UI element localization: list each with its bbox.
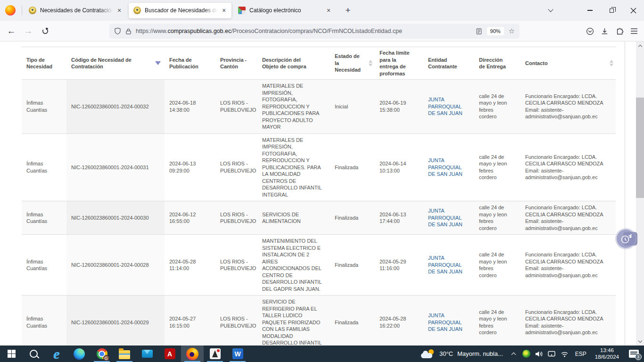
table-row: Ínfimas CuantíasNIC-1260023860001-2024-0… bbox=[22, 133, 616, 201]
minimize-button[interactable] bbox=[579, 0, 601, 21]
taskbar-openjdk-button[interactable] bbox=[204, 346, 226, 362]
tab-close-icon[interactable]: × bbox=[324, 6, 333, 15]
reload-button[interactable] bbox=[38, 24, 53, 39]
cell-fecha_publicacion: 2024-06-18 14:38:00 bbox=[165, 80, 215, 134]
antivirus-tray-icon[interactable] bbox=[520, 346, 533, 362]
browser-tab[interactable]: Necesidades de Contratación y× bbox=[24, 3, 127, 18]
cell-contacto: Funcionario Encargado: LCDA. CECILIA CAR… bbox=[520, 80, 616, 134]
vertical-scrollbar[interactable] bbox=[636, 41, 644, 346]
column-header[interactable]: Tipo de Necesidad bbox=[22, 47, 66, 80]
lock-icon[interactable] bbox=[125, 28, 132, 35]
tab-close-icon[interactable]: × bbox=[219, 6, 229, 15]
cell-entidad: JUNTA PARROQUIAL DE SAN JUAN bbox=[423, 133, 474, 201]
column-header[interactable]: Descripción del Objeto de compra bbox=[257, 47, 330, 80]
cell-estado: Finalizada bbox=[330, 296, 375, 346]
taskbar-acrobat-button[interactable] bbox=[158, 346, 181, 362]
cell-provincia: LOS RIOS - PUEBLOVIEJO bbox=[215, 235, 257, 296]
taskbar-internet-explorer-button[interactable] bbox=[45, 346, 68, 362]
entidad-contratante-link[interactable]: JUNTA PARROQUIAL DE SAN JUAN bbox=[428, 313, 462, 332]
tray-expand-button[interactable] bbox=[508, 346, 520, 362]
taskbar-word-button[interactable] bbox=[226, 346, 249, 362]
tab-close-icon[interactable]: × bbox=[115, 6, 124, 15]
action-center-button[interactable]: 3 bbox=[623, 346, 644, 362]
table-row: Ínfimas CuantíasNIC-1260023860001-2024-0… bbox=[22, 296, 616, 346]
cell-fecha_publicacion: 2024-06-12 16:55:00 bbox=[165, 201, 215, 235]
cell-descripcion: MANTENIMIENTO DEL SISTEMA ELECTRICO E IN… bbox=[257, 235, 330, 296]
menu-button[interactable] bbox=[627, 24, 641, 39]
chrome-profile-badge: G bbox=[103, 355, 109, 361]
close-button[interactable] bbox=[622, 0, 644, 21]
taskbar-clock[interactable]: 13:46 18/6/2024 bbox=[591, 347, 623, 360]
cell-tipo: Ínfimas Cuantías bbox=[22, 80, 66, 134]
entidad-contratante-link[interactable]: JUNTA PARROQUIAL DE SAN JUAN bbox=[428, 208, 462, 227]
column-header[interactable]: Código de Necesidad de Contratación bbox=[66, 47, 165, 80]
column-header[interactable]: Provincia - Cantón bbox=[215, 47, 257, 80]
taskbar-apps: G bbox=[0, 346, 249, 362]
network-signal-icon[interactable] bbox=[558, 346, 571, 362]
cell-fecha_publicacion: 2024-05-27 16:15:00 bbox=[165, 296, 215, 346]
scrollbar-thumb[interactable] bbox=[636, 98, 644, 198]
url-bar[interactable]: https://www.compraspublicas.gob.ec/Proce… bbox=[109, 24, 520, 39]
scroll-up-arrow[interactable] bbox=[636, 42, 644, 49]
taskbar-chrome-button[interactable]: G bbox=[91, 346, 113, 362]
search-icon bbox=[29, 349, 39, 359]
firefox-view-icon[interactable] bbox=[5, 5, 16, 16]
winged-clock-widget[interactable] bbox=[617, 230, 635, 248]
volume-icon[interactable] bbox=[533, 346, 545, 362]
list-all-tabs-button[interactable] bbox=[544, 3, 558, 17]
cell-codigo: NIC-1260023860001-2024-00029 bbox=[66, 296, 165, 346]
windows-taskbar: G 30°C Mayorm. nubla... ESP 13:46 18/6/2… bbox=[0, 346, 644, 362]
cell-estado: Finalizada bbox=[330, 133, 375, 201]
cell-direccion: calle 24 de mayo y leon febres cordero bbox=[474, 80, 520, 134]
taskbar-mail-button[interactable] bbox=[136, 346, 158, 362]
restore-button[interactable] bbox=[601, 0, 622, 21]
back-button[interactable]: ← bbox=[4, 24, 19, 39]
new-tab-button[interactable]: + bbox=[341, 3, 355, 17]
frame-border bbox=[625, 41, 625, 346]
taskbar-edge-button[interactable] bbox=[68, 346, 91, 362]
shield-icon[interactable] bbox=[114, 27, 121, 35]
taskbar-file-explorer-button[interactable] bbox=[113, 346, 136, 362]
chrome-icon: G bbox=[97, 348, 107, 359]
cell-tipo: Ínfimas Cuantías bbox=[22, 201, 66, 235]
entidad-contratante-link[interactable]: JUNTA PARROQUIAL DE SAN JUAN bbox=[428, 255, 462, 274]
necesidades-table: Tipo de NecesidadCódigo de Necesidad de … bbox=[22, 47, 616, 346]
url-text[interactable]: https://www.compraspublicas.gob.ec/Proce… bbox=[136, 28, 476, 34]
weather-temp: 30°C bbox=[439, 350, 453, 357]
bookmark-star-icon[interactable]: ☆ bbox=[509, 27, 515, 35]
column-header[interactable]: Contacto bbox=[520, 47, 616, 80]
taskbar-search-button[interactable] bbox=[23, 346, 45, 362]
tab-separator bbox=[22, 6, 22, 15]
taskbar-start-button[interactable] bbox=[0, 346, 23, 362]
language-indicator[interactable]: ESP bbox=[571, 351, 591, 357]
taskbar-weather[interactable]: 30°C Mayorm. nubla... bbox=[416, 346, 508, 362]
zoom-level-badge[interactable]: 90% bbox=[487, 27, 504, 35]
cell-descripcion: SERVICIOS DE ALIMENTACION bbox=[257, 201, 330, 235]
word-icon bbox=[232, 348, 243, 359]
table-header-row: Tipo de NecesidadCódigo de Necesidad de … bbox=[22, 47, 616, 80]
pocket-button[interactable] bbox=[583, 24, 597, 39]
scroll-down-arrow[interactable] bbox=[636, 337, 644, 345]
sort-desc-icon bbox=[610, 64, 613, 66]
reader-mode-icon[interactable] bbox=[476, 28, 482, 35]
tabs-container: Necesidades de Contratación y×Buscador d… bbox=[21, 0, 337, 21]
cell-tipo: Ínfimas Cuantías bbox=[22, 133, 66, 201]
entidad-contratante-link[interactable]: JUNTA PARROQUIAL DE SAN JUAN bbox=[428, 157, 462, 177]
entidad-contratante-link[interactable]: JUNTA PARROQUIAL DE SAN JUAN bbox=[428, 97, 462, 116]
column-header[interactable]: Fecha límite para la entrega de proforma… bbox=[375, 47, 423, 80]
column-header[interactable]: Entidad Contratante bbox=[423, 47, 474, 80]
cell-provincia: LOS RIOS - PUEBLOVIEJO bbox=[215, 296, 257, 346]
cell-provincia: LOS RIOS - PUEBLOVIEJO bbox=[215, 201, 257, 235]
downloads-button[interactable] bbox=[597, 24, 612, 39]
browser-tab[interactable]: Catálogo electrónico× bbox=[233, 3, 336, 18]
display-cast-icon[interactable] bbox=[545, 346, 558, 362]
forward-button[interactable]: → bbox=[21, 24, 36, 39]
column-header[interactable]: Dirección de Entrega bbox=[474, 47, 520, 80]
taskbar-firefox-button[interactable] bbox=[181, 346, 204, 362]
browser-tab[interactable]: Buscador de Necesidades de Co× bbox=[129, 3, 231, 18]
column-header[interactable]: Fecha de Publicación bbox=[165, 47, 215, 80]
chevron-up-icon bbox=[512, 352, 516, 357]
column-header[interactable]: Estado de la Necesidad bbox=[330, 47, 375, 80]
cell-codigo: NIC-1260023860001-2024-00028 bbox=[66, 235, 165, 296]
extensions-button[interactable] bbox=[612, 24, 627, 39]
